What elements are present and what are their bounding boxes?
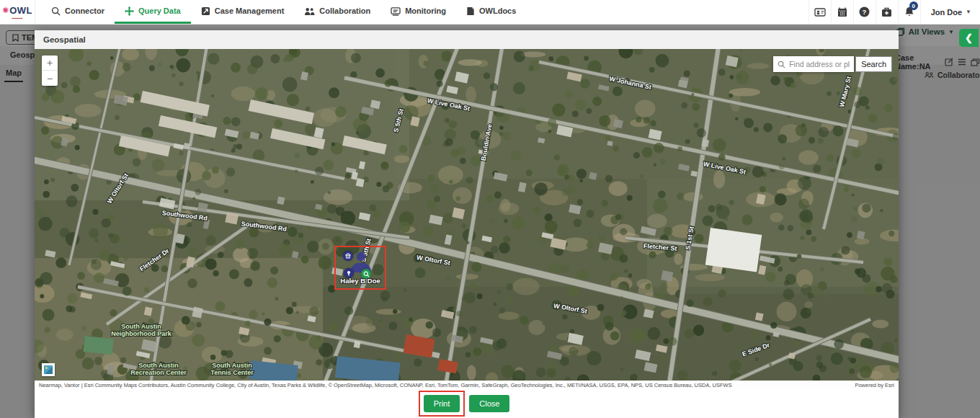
nav-item-query-data[interactable]: Query Data — [115, 0, 191, 24]
top-navbar: ✺ OWL ▂▂▂▂▂ Connector Query Data Case Ma… — [0, 0, 980, 25]
nav-item-case-management[interactable]: Case Management — [191, 0, 295, 24]
logo-star-icon: ✺ — [2, 6, 9, 14]
calendar-button[interactable] — [831, 0, 853, 24]
collapse-panel-button[interactable]: ❮ — [959, 29, 979, 47]
nav-item-connector[interactable]: Connector — [41, 0, 115, 24]
marker-cluster: Haley B Doe — [334, 246, 386, 290]
satellite-basemap: W Oltorf StW Oltorf StW Oltorf StS 5th S… — [35, 49, 899, 381]
nav-item-label: Monitoring — [405, 6, 446, 15]
logo-subtext: ▂▂▂▂▂ — [12, 16, 23, 19]
basemap-thumbnail-icon[interactable] — [42, 363, 55, 376]
modal-footer: Print Close — [35, 389, 899, 418]
map-search-control: Search — [773, 56, 892, 72]
search-icon — [51, 6, 61, 16]
logo-text: OWL — [9, 5, 32, 16]
nav-item-label: Collaboration — [319, 6, 370, 15]
nav-items: Connector Query Data Case Management Col… — [35, 0, 526, 24]
place-label: Neighborhood Park — [111, 330, 172, 337]
zoom-in-button[interactable]: + — [42, 55, 58, 71]
query-data-icon — [125, 6, 134, 16]
svg-text:?: ? — [863, 8, 867, 16]
nav-item-owldocs[interactable]: OWLdocs — [456, 0, 526, 24]
record-badge-icon[interactable] — [343, 251, 353, 261]
place-label: Tennis Center — [210, 369, 254, 376]
help-icon: ? — [859, 6, 870, 17]
satellite-map[interactable]: W Oltorf StW Oltorf StW Oltorf StS 5th S… — [35, 49, 899, 381]
user-menu[interactable]: Jon Doe ▼ — [920, 0, 980, 24]
geospatial-modal: Geospatial W Oltorf StW Oltorf StW Oltor… — [35, 30, 899, 418]
zoom-out-button[interactable]: − — [42, 71, 58, 86]
chevron-left-icon: ❮ — [965, 32, 973, 43]
nav-item-label: Connector — [65, 6, 104, 15]
marker-label: Haley B Doe — [334, 277, 386, 285]
search-button[interactable]: Search — [855, 56, 892, 72]
user-name: Jon Doe — [931, 8, 962, 17]
address-search-input[interactable] — [789, 60, 850, 68]
case-management-icon — [201, 6, 210, 16]
close-button[interactable]: Close — [469, 395, 509, 412]
toolkit-button[interactable] — [876, 0, 898, 24]
attribution-text: Nearmap, Vantor | Esri Community Maps Co… — [39, 382, 732, 388]
place-label: Recreation Center — [130, 369, 187, 376]
map-zoom-control: + − — [42, 55, 58, 86]
notifications-button[interactable]: 0 — [898, 0, 920, 24]
help-button[interactable]: ? — [853, 0, 876, 24]
nav-item-monitoring[interactable]: Monitoring — [380, 0, 456, 24]
modal-title: Geospatial — [35, 30, 899, 49]
calendar-icon — [837, 7, 847, 17]
monitoring-icon — [391, 6, 401, 16]
nav-item-label: OWLdocs — [479, 6, 516, 15]
first-aid-kit-icon — [881, 7, 892, 17]
address-search-box — [773, 56, 854, 72]
notification-badge: 0 — [909, 1, 918, 10]
place-label: South Austin — [121, 323, 161, 330]
nav-item-label: Query Data — [138, 6, 181, 15]
nav-item-collaboration[interactable]: Collaboration — [294, 0, 380, 24]
powered-by-esri: Powered by Esri — [847, 382, 894, 388]
map-attribution-bar: Nearmap, Vantor | Esri Community Maps Co… — [35, 381, 899, 389]
contact-card-icon — [814, 7, 826, 17]
nav-item-label: Case Management — [215, 6, 285, 15]
chevron-down-icon: ▼ — [966, 9, 971, 15]
navbar-right: ? 0 Jon Doe ▼ — [808, 0, 980, 24]
contact-card-button[interactable] — [808, 0, 831, 24]
owldocs-icon — [466, 6, 475, 16]
place-label: South Austin — [138, 362, 179, 369]
print-button[interactable]: Print — [424, 395, 460, 412]
collaboration-people-icon — [304, 6, 315, 16]
search-icon — [778, 61, 785, 68]
place-label: South Austin — [212, 362, 252, 369]
owl-logo[interactable]: ✺ OWL ▂▂▂▂▂ — [0, 0, 35, 24]
